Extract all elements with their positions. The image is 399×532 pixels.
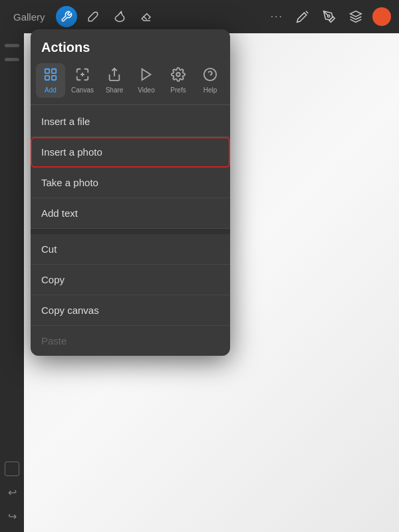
svg-point-11 bbox=[176, 72, 180, 76]
gallery-button[interactable]: Gallery bbox=[8, 9, 51, 25]
layers-icon[interactable] bbox=[346, 7, 366, 27]
smudge-button[interactable] bbox=[109, 6, 130, 27]
svg-rect-5 bbox=[45, 76, 49, 80]
menu-item-copy[interactable]: Copy bbox=[31, 265, 230, 295]
divider-tabs bbox=[31, 104, 230, 105]
video-tab-label: Video bbox=[138, 86, 154, 94]
prefs-tab-icon bbox=[171, 67, 186, 84]
canvas-tab-icon bbox=[75, 67, 90, 84]
add-tab-label: Add bbox=[45, 86, 57, 94]
svg-marker-10 bbox=[142, 69, 151, 80]
help-tab-label: Help bbox=[203, 86, 217, 94]
more-icon[interactable]: ··· bbox=[271, 11, 283, 23]
sidebar-square-tool[interactable] bbox=[5, 462, 19, 476]
actions-button[interactable] bbox=[56, 6, 77, 27]
redo-button[interactable]: ↪ bbox=[4, 508, 20, 524]
menu-item-paste: Paste bbox=[31, 326, 230, 356]
video-tab-icon bbox=[139, 67, 154, 84]
panel-title: Actions bbox=[31, 29, 230, 63]
brush-button[interactable] bbox=[82, 6, 104, 27]
toolbar: Gallery ··· bbox=[0, 0, 399, 33]
svg-point-1 bbox=[328, 15, 330, 17]
tab-add[interactable]: Add bbox=[36, 63, 65, 98]
pen-icon[interactable] bbox=[319, 7, 339, 27]
menu-item-add-text[interactable]: Add text bbox=[31, 198, 230, 229]
toolbar-left: Gallery bbox=[8, 6, 271, 27]
eraser-button[interactable] bbox=[136, 6, 157, 27]
tab-prefs[interactable]: Prefs bbox=[164, 63, 193, 98]
svg-line-0 bbox=[306, 11, 308, 13]
canvas-tab-label: Canvas bbox=[71, 86, 94, 94]
prefs-tab-label: Prefs bbox=[170, 86, 186, 94]
sidebar-handle-middle[interactable] bbox=[5, 58, 19, 61]
pencil-icon[interactable] bbox=[293, 7, 313, 27]
tab-help[interactable]: Help bbox=[196, 63, 225, 98]
help-tab-icon bbox=[203, 67, 217, 84]
left-sidebar: ↩ ↪ bbox=[0, 33, 24, 532]
menu-item-insert-file[interactable]: Insert a file bbox=[31, 106, 230, 137]
share-tab-icon bbox=[107, 67, 122, 84]
color-dot[interactable] bbox=[372, 7, 391, 26]
menu-item-take-photo[interactable]: Take a photo bbox=[31, 168, 230, 198]
svg-rect-6 bbox=[52, 76, 56, 80]
svg-rect-3 bbox=[45, 69, 49, 73]
tab-canvas[interactable]: Canvas bbox=[68, 63, 97, 98]
undo-button[interactable]: ↩ bbox=[4, 484, 20, 500]
menu-item-copy-canvas[interactable]: Copy canvas bbox=[31, 295, 230, 326]
tab-share[interactable]: Share bbox=[100, 63, 129, 98]
sidebar-handle-top[interactable] bbox=[5, 44, 19, 47]
toolbar-right: ··· bbox=[271, 7, 391, 27]
actions-panel: Actions Add bbox=[31, 29, 230, 356]
menu-item-insert-photo[interactable]: Insert a photo bbox=[31, 137, 230, 168]
svg-marker-2 bbox=[350, 11, 362, 17]
section-gap bbox=[31, 229, 230, 234]
panel-tabs: Add Canvas bbox=[31, 63, 230, 103]
menu-item-cut[interactable]: Cut bbox=[31, 234, 230, 265]
share-tab-label: Share bbox=[106, 86, 124, 94]
tab-video[interactable]: Video bbox=[132, 63, 161, 98]
add-tab-icon bbox=[43, 67, 58, 84]
svg-rect-4 bbox=[52, 69, 56, 73]
